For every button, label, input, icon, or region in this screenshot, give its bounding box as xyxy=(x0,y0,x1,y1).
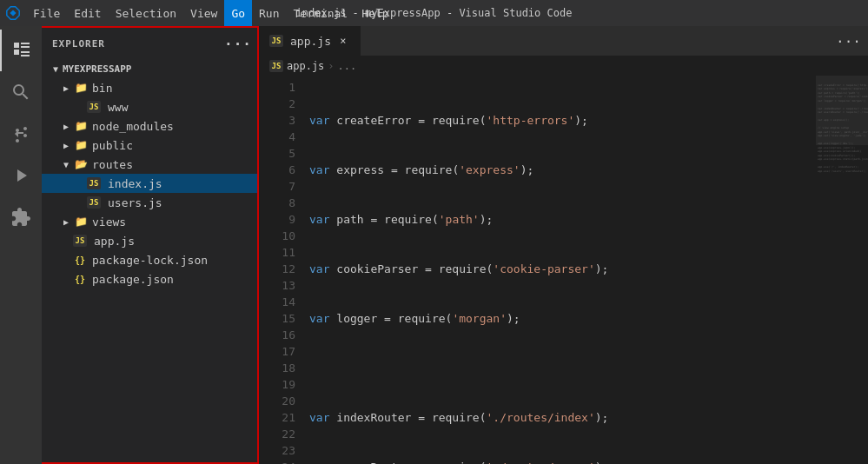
main-layout: EXPLORER ··· ▼ MYEXPRESSAPP ▶ 📁 bin JS w… xyxy=(0,26,868,464)
node-modules-label: node_modules xyxy=(92,120,174,133)
code-line-6 xyxy=(302,360,816,376)
app-js-label: app.js xyxy=(94,235,135,248)
window-title: index.js - myExpressApp - Visual Studio … xyxy=(296,7,573,19)
tree-item-www[interactable]: JS www xyxy=(42,97,257,116)
tree-root-label: MYEXPRESSAPP xyxy=(63,63,131,75)
json-icon-pkg-lock: {} xyxy=(73,252,87,268)
editor-more-button[interactable]: ··· xyxy=(829,26,868,56)
tree-root[interactable]: ▼ MYEXPRESSAPP xyxy=(42,59,257,78)
activity-extensions[interactable] xyxy=(0,196,42,238)
folder-icon: 📁 xyxy=(73,80,89,96)
tree-item-routes[interactable]: ▼ 📂 routes xyxy=(42,155,257,174)
tree-item-bin[interactable]: ▶ 📁 bin xyxy=(42,78,257,97)
sidebar-header: EXPLORER ··· xyxy=(42,28,257,59)
code-line-1: var createError = require('http-errors')… xyxy=(302,112,816,129)
index-js-label: index.js xyxy=(108,177,162,190)
js-icon-index: JS xyxy=(87,177,101,189)
tree-item-users-js[interactable]: JS users.js xyxy=(42,193,257,212)
public-arrow: ▶ xyxy=(59,138,73,152)
bc-sep: › xyxy=(328,60,334,72)
tree-item-package-lock[interactable]: {} package-lock.json xyxy=(42,250,257,269)
routes-arrow: ▼ xyxy=(59,157,73,171)
menu-selection[interactable]: Selection xyxy=(109,0,183,26)
menu-view[interactable]: View xyxy=(183,0,224,26)
tree-root-arrow: ▼ xyxy=(49,62,63,76)
activity-source-control[interactable] xyxy=(0,113,42,155)
code-line-3: var path = require('path'); xyxy=(302,211,816,228)
explorer-label: EXPLORER xyxy=(52,38,105,50)
package-json-label: package.json xyxy=(92,273,174,286)
folder-icon-public: 📁 xyxy=(73,137,89,153)
views-label: views xyxy=(92,215,126,229)
activity-search[interactable] xyxy=(0,71,42,113)
tree-item-index-js[interactable]: JS index.js xyxy=(42,174,257,193)
bc-js-icon: JS xyxy=(269,60,283,72)
code-line-8: var usersRouter = require('./routes/user… xyxy=(302,459,816,464)
folder-icon-views: 📁 xyxy=(73,214,89,229)
activity-explorer[interactable] xyxy=(0,30,42,71)
editor-area: JS app.js × ··· JS app.js › ... 123456 7… xyxy=(259,26,868,464)
js-icon-app: JS xyxy=(73,235,87,247)
tree-item-app-js[interactable]: JS app.js xyxy=(42,231,257,250)
sidebar-more-button[interactable]: ··· xyxy=(229,35,247,52)
node-modules-arrow: ▶ xyxy=(59,119,73,133)
views-arrow: ▶ xyxy=(59,215,73,229)
titlebar: File Edit Selection View Go Run Terminal… xyxy=(0,0,868,26)
www-label: www xyxy=(108,101,128,114)
menu-edit[interactable]: Edit xyxy=(67,0,108,26)
json-icon-pkg: {} xyxy=(73,271,87,287)
bc-js: JS app.js xyxy=(269,60,324,72)
code-line-5: var logger = require('morgan'); xyxy=(302,310,816,327)
js-icon-users: JS xyxy=(87,196,101,209)
routes-label: routes xyxy=(92,158,133,171)
tab-app-js[interactable]: JS app.js × xyxy=(259,26,361,56)
tree-item-package-json[interactable]: {} package.json xyxy=(42,269,257,288)
folder-icon-node: 📁 xyxy=(73,118,89,134)
sidebar: EXPLORER ··· ▼ MYEXPRESSAPP ▶ 📁 bin JS w… xyxy=(42,26,259,464)
menu-run[interactable]: Run xyxy=(252,0,286,26)
minimap-content: var createError = require('http‑errors')… xyxy=(816,76,868,181)
public-label: public xyxy=(92,139,133,152)
js-icon-www: JS xyxy=(87,101,101,113)
minimap: var createError = require('http‑errors')… xyxy=(816,76,868,464)
bin-arrow: ▶ xyxy=(59,81,73,95)
folder-icon-routes: 📂 xyxy=(73,156,89,172)
code-line-7: var indexRouter = require('./routes/inde… xyxy=(302,409,816,426)
file-tree: ▼ MYEXPRESSAPP ▶ 📁 bin JS www ▶ 📁 node_m… xyxy=(42,59,257,462)
line-numbers: 123456 789101112 131415161718 1920212223… xyxy=(259,76,302,464)
tab-bar: JS app.js × ··· xyxy=(259,26,868,56)
sidebar-header-icons: ··· xyxy=(229,35,247,52)
menu-go[interactable]: Go xyxy=(224,0,252,26)
bc-dots: ... xyxy=(338,60,357,72)
users-js-label: users.js xyxy=(108,196,162,209)
tree-item-public[interactable]: ▶ 📁 public xyxy=(42,136,257,155)
app-icon xyxy=(0,0,26,26)
activity-bar xyxy=(0,26,42,464)
tab-close-app-js[interactable]: × xyxy=(336,34,350,48)
code-line-4: var cookieParser = require('cookie-parse… xyxy=(302,261,816,277)
js-icon-tab: JS xyxy=(269,35,283,47)
tree-item-node-modules[interactable]: ▶ 📁 node_modules xyxy=(42,116,257,136)
code-line-2: var express = require('express'); xyxy=(302,162,816,178)
breadcrumb: JS app.js › ... xyxy=(259,56,868,76)
bc-filename: app.js xyxy=(287,60,324,72)
code-content[interactable]: var createError = require('http-errors')… xyxy=(302,76,816,464)
tree-item-views[interactable]: ▶ 📁 views xyxy=(42,212,257,231)
bin-label: bin xyxy=(92,82,112,95)
code-editor[interactable]: 123456 789101112 131415161718 1920212223… xyxy=(259,76,868,464)
menu-file[interactable]: File xyxy=(26,0,67,26)
package-lock-label: package-lock.json xyxy=(92,254,208,267)
tab-label-app-js: app.js xyxy=(290,35,331,48)
activity-run[interactable] xyxy=(0,155,42,196)
